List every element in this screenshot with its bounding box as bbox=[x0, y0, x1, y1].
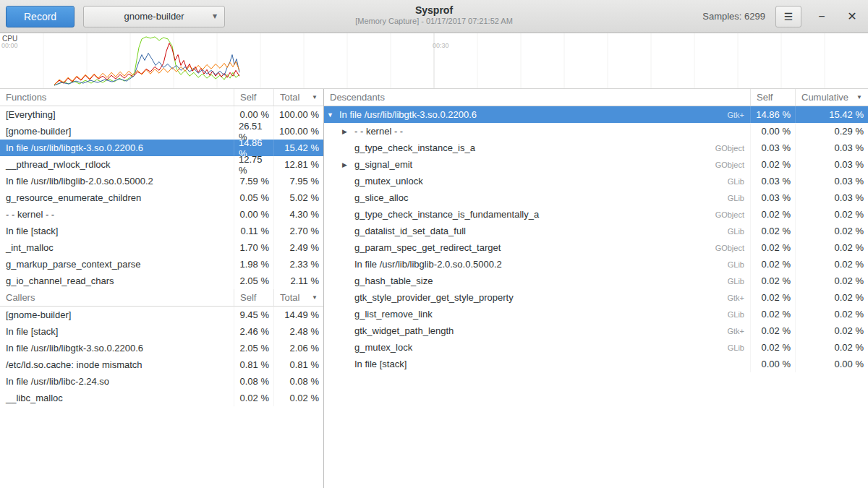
descendants-cumulative-column-header[interactable]: Cumulative ▼ bbox=[796, 89, 868, 106]
descendant-row[interactable]: g_mutex_unlock GLib 0.03 % 0.03 % bbox=[324, 173, 868, 189]
descendant-name: gtk_widget_path_length bbox=[354, 325, 454, 336]
function-total-value: 100.00 % bbox=[274, 106, 323, 123]
descendant-cumulative-value: 0.02 % bbox=[796, 273, 868, 289]
descendant-cumulative-value: 0.03 % bbox=[796, 156, 868, 173]
function-row[interactable]: g_io_channel_read_chars 2.05 % 2.11 % bbox=[0, 273, 323, 289]
function-name: [Everything] bbox=[0, 106, 234, 123]
descendant-row[interactable]: g_hash_table_size GLib 0.02 % 0.02 % bbox=[324, 273, 868, 289]
library-badge: GLib bbox=[720, 177, 744, 186]
descendant-row[interactable]: g_param_spec_get_redirect_target GObject… bbox=[324, 239, 868, 256]
process-selector[interactable]: gnome-builder ▾ bbox=[83, 6, 225, 27]
callers-column-header[interactable]: Callers bbox=[0, 289, 234, 306]
descendant-self-value: 0.02 % bbox=[751, 206, 796, 223]
descendant-row[interactable]: ▼ In file /usr/lib/libgtk-3.so.0.2200.6 … bbox=[324, 106, 868, 123]
minimize-button[interactable]: − bbox=[812, 7, 832, 27]
descendant-row[interactable]: g_list_remove_link GLib 0.02 % 0.02 % bbox=[324, 306, 868, 322]
functions-self-column-header[interactable]: Self bbox=[234, 89, 274, 106]
descendant-row[interactable]: ▶ g_signal_emit GObject 0.02 % 0.03 % bbox=[324, 156, 868, 173]
descendant-row[interactable]: In file /usr/lib/libglib-2.0.so.0.5000.2… bbox=[324, 256, 868, 273]
function-row[interactable]: [Everything] 0.00 % 100.00 % bbox=[0, 106, 323, 123]
functions-column-header[interactable]: Functions bbox=[0, 89, 234, 106]
caller-name: /etc/ld.so.cache: inode mismatch bbox=[0, 356, 234, 373]
sort-indicator-icon: ▼ bbox=[856, 94, 862, 100]
close-button[interactable]: ✕ bbox=[842, 7, 862, 27]
function-row[interactable]: _int_malloc 1.70 % 2.49 % bbox=[0, 239, 323, 256]
caller-row[interactable]: In file /usr/lib/libc-2.24.so 0.08 % 0.0… bbox=[0, 373, 323, 390]
descendant-cumulative-value: 0.03 % bbox=[796, 173, 868, 189]
callers-self-column-header[interactable]: Self bbox=[234, 289, 274, 306]
expander-icon[interactable]: ▼ bbox=[327, 111, 339, 119]
function-row[interactable]: g_markup_parse_context_parse 1.98 % 2.33… bbox=[0, 256, 323, 273]
descendant-row[interactable]: gtk_style_provider_get_style_property Gt… bbox=[324, 289, 868, 306]
function-row[interactable]: - - kernel - - 0.00 % 4.30 % bbox=[0, 206, 323, 223]
function-row[interactable]: In file [stack] 0.11 % 2.70 % bbox=[0, 223, 323, 239]
descendant-cumulative-value: 0.02 % bbox=[796, 322, 868, 339]
descendant-self-value: 0.02 % bbox=[751, 273, 796, 289]
descendant-row[interactable]: gtk_widget_path_length Gtk+ 0.02 % 0.02 … bbox=[324, 322, 868, 339]
function-name: _int_malloc bbox=[0, 239, 234, 256]
caller-total-value: 0.81 % bbox=[274, 356, 323, 373]
descendant-row[interactable]: g_mutex_lock GLib 0.02 % 0.02 % bbox=[324, 339, 868, 356]
callers-total-column-label: Total bbox=[280, 292, 299, 303]
cpu-timeline[interactable]: CPU 00:00 00:30 bbox=[0, 33, 868, 89]
function-row[interactable]: g_resource_enumerate_children 0.05 % 5.0… bbox=[0, 189, 323, 206]
descendant-name: In file /usr/lib/libgtk-3.so.0.2200.6 bbox=[339, 109, 477, 120]
functions-total-column-header[interactable]: Total ▼ bbox=[274, 89, 323, 106]
function-total-value: 2.33 % bbox=[274, 256, 323, 273]
caller-self-value: 2.46 % bbox=[234, 323, 274, 340]
descendant-cumulative-value: 0.02 % bbox=[796, 306, 868, 322]
function-row[interactable]: In file /usr/lib/libglib-2.0.so.0.5000.2… bbox=[0, 173, 323, 189]
library-badge: GObject bbox=[708, 160, 744, 169]
caller-row[interactable]: /etc/ld.so.cache: inode mismatch 0.81 % … bbox=[0, 356, 323, 373]
close-icon: ✕ bbox=[847, 10, 856, 22]
descendant-row[interactable]: g_slice_alloc GLib 0.03 % 0.03 % bbox=[324, 189, 868, 206]
descendant-cumulative-value: 0.02 % bbox=[796, 206, 868, 223]
right-panel: Descendants Self Cumulative ▼ ▼ bbox=[324, 89, 868, 488]
function-self-value: 1.70 % bbox=[234, 239, 274, 256]
sort-indicator-icon: ▼ bbox=[312, 294, 318, 301]
function-row[interactable]: __pthread_rwlock_rdlock 12.75 % 12.81 % bbox=[0, 156, 323, 173]
menu-button[interactable]: ☰ bbox=[775, 6, 801, 27]
descendant-name: g_signal_emit bbox=[354, 159, 412, 170]
caller-total-value: 0.08 % bbox=[274, 373, 323, 390]
callers-total-column-header[interactable]: Total ▼ bbox=[274, 289, 323, 306]
function-self-value: 7.59 % bbox=[234, 173, 274, 189]
function-row[interactable]: [gnome-builder] 26.51 % 100.00 % bbox=[0, 123, 323, 140]
caller-self-value: 0.81 % bbox=[234, 356, 274, 373]
descendant-row[interactable]: In file [stack] 0.00 % 0.00 % bbox=[324, 356, 868, 372]
function-self-value: 0.05 % bbox=[234, 189, 274, 206]
descendant-cumulative-value: 0.02 % bbox=[796, 239, 868, 256]
descendant-row[interactable]: g_type_check_instance_is_fundamentally_a… bbox=[324, 206, 868, 223]
library-badge: GObject bbox=[708, 244, 744, 252]
function-total-value: 2.49 % bbox=[274, 239, 323, 256]
descendant-row[interactable]: ▶ - - kernel - - 0.00 % 0.29 % bbox=[324, 123, 868, 140]
caller-self-value: 0.02 % bbox=[234, 390, 274, 406]
record-button[interactable]: Record bbox=[6, 6, 75, 27]
descendant-self-value: 0.03 % bbox=[751, 189, 796, 206]
caller-row[interactable]: In file [stack] 2.46 % 2.48 % bbox=[0, 323, 323, 340]
sort-indicator-icon: ▼ bbox=[312, 94, 318, 100]
descendants-column-header[interactable]: Descendants bbox=[324, 89, 751, 106]
function-row[interactable]: In file /usr/lib/libgtk-3.so.0.2200.6 14… bbox=[0, 140, 323, 156]
caller-name: [gnome-builder] bbox=[0, 307, 234, 323]
descendants-self-column-header[interactable]: Self bbox=[751, 89, 796, 106]
caller-row[interactable]: In file /usr/lib/libgtk-3.so.0.2200.6 2.… bbox=[0, 340, 323, 356]
caller-row[interactable]: __libc_malloc 0.02 % 0.02 % bbox=[0, 390, 323, 406]
function-total-value: 100.00 % bbox=[274, 123, 323, 140]
descendant-cumulative-value: 0.29 % bbox=[796, 123, 868, 140]
header-right-group: Samples: 6299 ☰ − ✕ bbox=[702, 6, 862, 27]
function-self-value: 0.11 % bbox=[234, 223, 274, 239]
process-selector-label: gnome-builder bbox=[124, 11, 184, 22]
caller-row[interactable]: [gnome-builder] 9.45 % 14.49 % bbox=[0, 307, 323, 323]
descendants-table-header: Descendants Self Cumulative ▼ bbox=[324, 89, 868, 106]
descendant-cumulative-value: 15.42 % bbox=[796, 106, 868, 123]
samples-count: Samples: 6299 bbox=[702, 11, 765, 22]
descendant-row[interactable]: g_type_check_instance_is_a GObject 0.03 … bbox=[324, 140, 868, 156]
descendant-self-value: 0.02 % bbox=[751, 239, 796, 256]
expander-icon[interactable]: ▶ bbox=[342, 128, 354, 135]
caller-total-value: 2.06 % bbox=[274, 340, 323, 356]
descendant-name: g_slice_alloc bbox=[354, 192, 408, 203]
descendant-cumulative-value: 0.02 % bbox=[796, 223, 868, 239]
descendant-row[interactable]: g_datalist_id_set_data_full GLib 0.02 % … bbox=[324, 223, 868, 239]
expander-icon[interactable]: ▶ bbox=[342, 161, 354, 168]
